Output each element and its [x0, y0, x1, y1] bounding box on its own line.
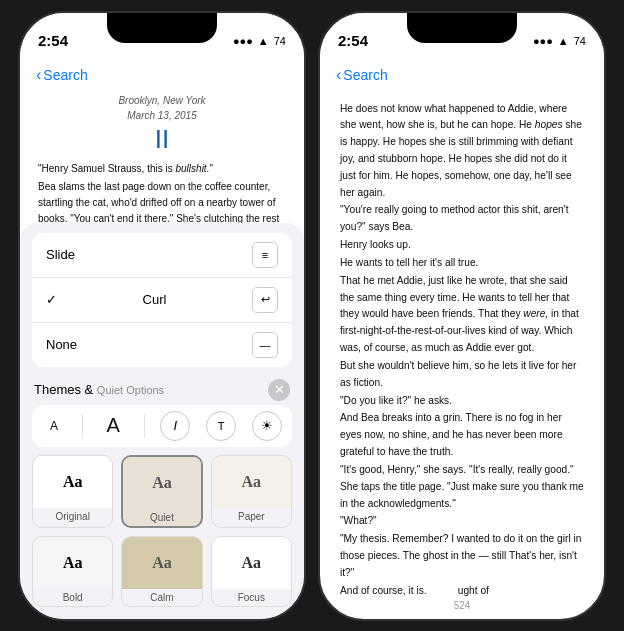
reading-p8: And Bea breaks into a grin. There is no …	[340, 410, 584, 460]
check-icon: ✓	[46, 292, 57, 307]
right-wifi-icon: ▲	[558, 35, 569, 47]
close-icon: ✕	[274, 382, 285, 397]
right-battery-icon: 74	[574, 35, 586, 47]
none-icon: —	[252, 332, 278, 358]
reading-p5: That he met Addie, just like he wrote, t…	[340, 273, 584, 357]
slide-label: Slide	[46, 247, 75, 262]
theme-quiet[interactable]: Aa Quiet	[121, 455, 202, 528]
font-small-button[interactable]: A	[42, 417, 66, 435]
theme-paper-preview: Aa	[212, 456, 291, 508]
notch	[107, 13, 217, 43]
left-phone: 2:54 ●●● ▲ 74 ‹ Search Brooklyn, New Yor…	[18, 11, 306, 621]
right-back-label: Search	[343, 67, 387, 83]
font-serif-icon: T	[218, 420, 225, 432]
signal-icon: ●●●	[233, 35, 253, 47]
font-large-button[interactable]: A	[99, 412, 128, 439]
theme-calm[interactable]: Aa Calm	[121, 536, 202, 607]
divider-2	[144, 414, 145, 438]
theme-focus[interactable]: Aa Focus	[211, 536, 292, 607]
left-nav-bar: ‹ Search	[20, 57, 304, 93]
theme-focus-preview: Aa	[212, 537, 291, 589]
back-arrow-icon: ‹	[36, 66, 41, 84]
themes-grid: Aa Original Aa Quiet Aa Paper Aa Bold Aa	[20, 455, 304, 619]
theme-original-label: Original	[55, 508, 89, 525]
theme-bold-label: Bold	[63, 589, 83, 606]
right-status-icons: ●●● ▲ 74	[533, 35, 586, 47]
reading-p2: "You're really going to method actor thi…	[340, 202, 584, 236]
reading-p12: And of course, it is. ught of	[340, 583, 584, 596]
right-signal-icon: ●●●	[533, 35, 553, 47]
battery-icon: 74	[274, 35, 286, 47]
back-label: Search	[43, 67, 87, 83]
brightness-button[interactable]: ☀	[252, 411, 282, 441]
page-number: 524	[320, 596, 604, 619]
font-controls: A A I T ☀	[32, 405, 292, 447]
slide-option-slide[interactable]: Slide ≡	[32, 233, 292, 278]
reading-p7: "Do you like it?" he asks.	[340, 393, 584, 410]
left-time: 2:54	[38, 32, 68, 49]
wifi-icon: ▲	[258, 35, 269, 47]
close-button[interactable]: ✕	[268, 379, 290, 401]
theme-calm-label: Calm	[150, 589, 173, 606]
right-notch	[407, 13, 517, 43]
theme-calm-preview: Aa	[122, 537, 201, 589]
chapter-number: II	[38, 124, 286, 155]
reading-p9: "It's good, Henry," she says. "It's real…	[340, 462, 584, 512]
curl-label: Curl	[143, 292, 167, 307]
reading-p11: "My thesis. Remember? I wanted to do it …	[340, 531, 584, 581]
reading-p4: He wants to tell her it's all true.	[340, 255, 584, 272]
reading-content: He does not know what happened to Addie,…	[320, 93, 604, 596]
themes-header: Themes & Quiet Options ✕	[20, 375, 304, 405]
theme-bold-preview: Aa	[33, 537, 112, 589]
left-back-button[interactable]: ‹ Search	[36, 66, 88, 84]
theme-paper[interactable]: Aa Paper	[211, 455, 292, 528]
theme-original[interactable]: Aa Original	[32, 455, 113, 528]
reading-p6: But she wouldn't believe him, so he lets…	[340, 358, 584, 392]
theme-paper-label: Paper	[238, 508, 265, 525]
none-label: None	[46, 337, 77, 352]
brightness-icon: ☀	[261, 418, 273, 433]
left-status-icons: ●●● ▲ 74	[233, 35, 286, 47]
book-location: Brooklyn, New York	[38, 93, 286, 109]
right-nav-bar: ‹ Search	[320, 57, 604, 93]
right-back-button[interactable]: ‹ Search	[336, 66, 388, 84]
reading-p3: Henry looks up.	[340, 237, 584, 254]
theme-quiet-preview: Aa	[123, 457, 200, 509]
font-serif-button[interactable]: T	[206, 411, 236, 441]
divider-1	[82, 414, 83, 438]
font-style-icon: I	[174, 418, 178, 433]
slide-options: Slide ≡ ✓ Curl ↩ None —	[32, 233, 292, 367]
reading-p10: "What?"	[340, 513, 584, 530]
right-back-arrow-icon: ‹	[336, 66, 341, 84]
book-date: March 13, 2015	[38, 108, 286, 124]
slide-option-none[interactable]: None —	[32, 323, 292, 367]
theme-bold[interactable]: Aa Bold	[32, 536, 113, 607]
theme-quiet-label: Quiet	[150, 509, 174, 526]
book-title-area: Brooklyn, New York March 13, 2015 II	[38, 93, 286, 155]
right-time: 2:54	[338, 32, 368, 49]
curl-icon: ↩	[252, 287, 278, 313]
theme-focus-label: Focus	[238, 589, 265, 606]
font-style-button[interactable]: I	[160, 411, 190, 441]
themes-title: Themes & Quiet Options	[34, 382, 164, 397]
overlay-panel: Slide ≡ ✓ Curl ↩ None — Themes & Quiet O…	[20, 223, 304, 619]
text-line-1: "Henry Samuel Strauss, this is bullshit.…	[38, 161, 286, 177]
right-phone: 2:54 ●●● ▲ 74 ‹ Search He does not know …	[318, 11, 606, 621]
reading-p1: He does not know what happened to Addie,…	[340, 101, 584, 202]
slide-option-curl[interactable]: ✓ Curl ↩	[32, 278, 292, 323]
slide-icon: ≡	[252, 242, 278, 268]
quiet-options-subtitle: Quiet Options	[97, 384, 164, 396]
theme-original-preview: Aa	[33, 456, 112, 508]
